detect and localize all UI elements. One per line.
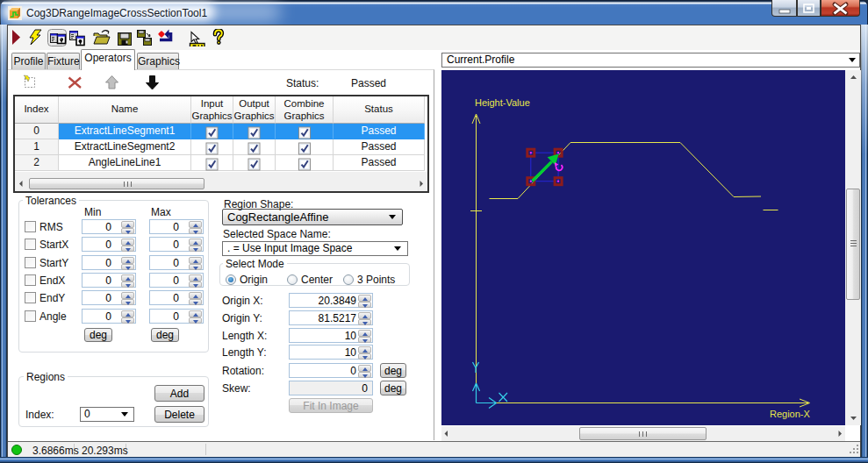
svg-text:Height-Value: Height-Value	[475, 97, 530, 108]
svg-text:Region-X: Region-X	[770, 409, 811, 419]
